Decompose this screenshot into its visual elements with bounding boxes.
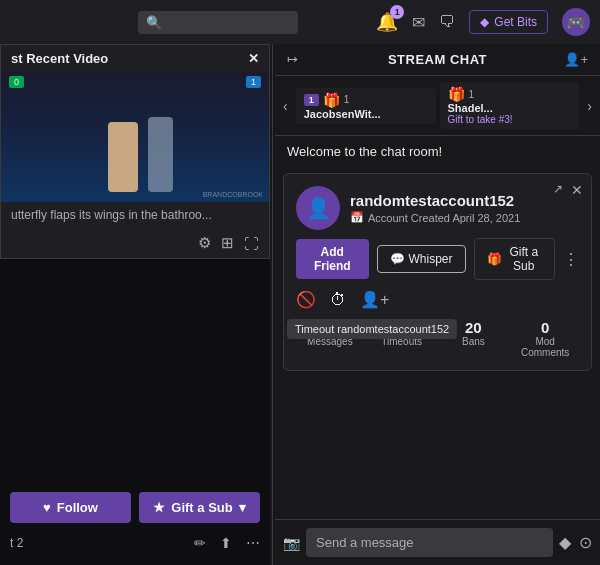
mod-icons-row: 🚫 ⏱ Timeout randomtestaccount152 👤+: [296, 290, 579, 309]
user-card-close-button[interactable]: ✕: [571, 182, 583, 198]
username-label: randomtestaccount152: [350, 192, 520, 209]
gift-item-1: 1 🎁 1 JacobsenWit...: [296, 88, 436, 124]
bottom-user-name: t 2: [10, 536, 23, 550]
more-options-button[interactable]: ⋮: [563, 250, 579, 269]
gift-icon-2: 🎁: [448, 86, 465, 102]
timeout-icon-button[interactable]: ⏱: [330, 291, 346, 309]
edit-icon[interactable]: ✏: [194, 535, 206, 551]
chat-input-row: 📷 ◆ ⊙: [275, 519, 600, 565]
search-input[interactable]: [168, 15, 290, 30]
gift-item-2: 🎁 1 Shadel... Gift to take #3!: [440, 82, 580, 129]
emote-icon[interactable]: ◆: [559, 533, 571, 552]
share-icon[interactable]: ⬆: [220, 535, 232, 551]
video-thumbnail: 0 1 BRANDCOBROOK: [1, 72, 269, 202]
stream-chat-title: STREAM CHAT: [388, 52, 487, 67]
heart-icon: ♥: [43, 500, 51, 515]
carousel-right-arrow[interactable]: ›: [583, 98, 596, 114]
search-icon: 🔍: [146, 15, 162, 30]
gift-name-2: Shadel...: [448, 102, 493, 114]
follow-button[interactable]: ♥ Follow: [10, 492, 131, 523]
add-friend-button[interactable]: Add Friend: [296, 239, 369, 279]
bits-icon[interactable]: ⊙: [579, 533, 592, 552]
stat-mod-comments-value: 0: [511, 319, 579, 336]
video-figure-2: [148, 117, 173, 192]
settings-icon[interactable]: ⚙: [198, 234, 211, 252]
layout-icon[interactable]: ⊞: [221, 234, 234, 252]
score-left: 0: [9, 76, 24, 88]
diamond-icon: ◆: [480, 15, 489, 29]
user-card-avatar: 👤: [296, 186, 340, 230]
user-avatar[interactable]: 🎮: [562, 8, 590, 36]
fullscreen-icon[interactable]: ⛶: [244, 235, 259, 252]
welcome-message: Welcome to the chat room!: [275, 136, 600, 167]
panel-divider: [272, 44, 273, 565]
nav-icons: 🔔 1 ✉ 🗨 ◆ Get Bits 🎮: [376, 8, 590, 36]
left-panel: st Recent Video ✕ 0 1 BRANDCOBROOK utter…: [0, 44, 270, 565]
avatar-image: 🎮: [566, 13, 586, 32]
gift-icon-1: 🎁: [323, 92, 340, 108]
user-actions: Add Friend 💬 Whisper 🎁 Gift a Sub ⋮: [296, 238, 579, 280]
chat-header: ↦ STREAM CHAT 👤+: [275, 44, 600, 76]
bottom-icons-row: t 2 ✏ ⬆ ⋯: [10, 531, 260, 555]
left-bottom-actions: ♥ Follow ★ Gift a Sub ▾ t 2 ✏ ⬆ ⋯: [0, 482, 270, 565]
calendar-icon: 📅: [350, 211, 364, 224]
ban-icon-button[interactable]: 🚫: [296, 290, 316, 309]
gift-name-1: JacobsenWit...: [304, 108, 381, 120]
account-created-date: 📅 Account Created April 28, 2021: [350, 211, 520, 224]
timeout-tooltip: Timeout randomtestaccount152: [287, 319, 457, 339]
score-bar: 0 1: [1, 76, 269, 88]
video-caption: utterfly flaps its wings in the bathroo.…: [1, 202, 269, 228]
stat-mod-comments: 0 Mod Comments: [511, 319, 579, 358]
star-icon: ★: [153, 500, 165, 515]
chat-send-icons: ◆ ⊙: [559, 533, 592, 552]
carousel-left-arrow[interactable]: ‹: [279, 98, 292, 114]
whisper-button[interactable]: 💬 Whisper: [377, 245, 466, 273]
right-panel: ↦ STREAM CHAT 👤+ ‹ 1 🎁 1 JacobsenWit... …: [275, 44, 600, 565]
stat-mod-comments-label: Mod Comments: [511, 336, 579, 358]
activity-icon[interactable]: 🗨: [439, 13, 455, 31]
timeout-tooltip-wrap: ⏱ Timeout randomtestaccount152: [330, 291, 346, 309]
user-icon: 👤: [306, 196, 331, 220]
camera-icon[interactable]: 📷: [283, 535, 300, 551]
chat-users-icon[interactable]: 👤+: [564, 52, 588, 67]
gift-take-text: Gift to take #3!: [448, 114, 513, 125]
gift-item-1-top: 1 🎁 1: [304, 92, 350, 108]
notification-badge: 1: [390, 5, 404, 19]
messages-icon[interactable]: ✉: [412, 13, 425, 32]
gift-sub-card-button[interactable]: 🎁 Gift a Sub: [474, 238, 555, 280]
main-content: st Recent Video ✕ 0 1 BRANDCOBROOK utter…: [0, 44, 600, 565]
popup-title: st Recent Video: [11, 51, 108, 66]
more-icon[interactable]: ⋯: [246, 535, 260, 551]
top-nav: 🔍 🔔 1 ✉ 🗨 ◆ Get Bits 🎮: [0, 0, 600, 44]
video-controls: ⚙ ⊞ ⛶: [1, 228, 269, 258]
gift-count-2: 1: [469, 89, 475, 100]
video-scene: 0 1 BRANDCOBROOK: [1, 72, 269, 202]
get-bits-button[interactable]: ◆ Get Bits: [469, 10, 548, 34]
video-popup-header: st Recent Video ✕: [1, 45, 269, 72]
video-watermark: BRANDCOBROOK: [203, 191, 263, 198]
user-info: randomtestaccount152 📅 Account Created A…: [350, 192, 520, 224]
gift-icon-card: 🎁: [487, 252, 502, 266]
chevron-down-icon: ▾: [239, 500, 246, 515]
action-row: ♥ Follow ★ Gift a Sub ▾: [10, 492, 260, 523]
gift-sub-button[interactable]: ★ Gift a Sub ▾: [139, 492, 260, 523]
user-card: 👤 randomtestaccount152 📅 Account Created…: [283, 173, 592, 371]
notifications-icon-wrap[interactable]: 🔔 1: [376, 11, 398, 33]
gift-count-1: 1: [344, 94, 350, 105]
chat-back-button[interactable]: ↦: [287, 52, 298, 67]
chat-message-input[interactable]: [306, 528, 553, 557]
search-bar[interactable]: 🔍: [138, 11, 298, 34]
video-figure-1: [108, 122, 138, 192]
user-card-top: 👤 randomtestaccount152 📅 Account Created…: [296, 186, 579, 230]
video-popup: st Recent Video ✕ 0 1 BRANDCOBROOK utter…: [0, 44, 270, 259]
score-right: 1: [246, 76, 261, 88]
popup-close-button[interactable]: ✕: [248, 51, 259, 66]
whisper-icon: 💬: [390, 252, 405, 266]
gift-item-2-top: 🎁 1: [448, 86, 475, 102]
gift-carousel: ‹ 1 🎁 1 JacobsenWit... 🎁 1 Shadel... Gif…: [275, 76, 600, 136]
gift-rank-1: 1: [304, 94, 319, 106]
external-link-icon[interactable]: ↗: [553, 182, 563, 196]
add-mod-icon-button[interactable]: 👤+: [360, 290, 389, 309]
